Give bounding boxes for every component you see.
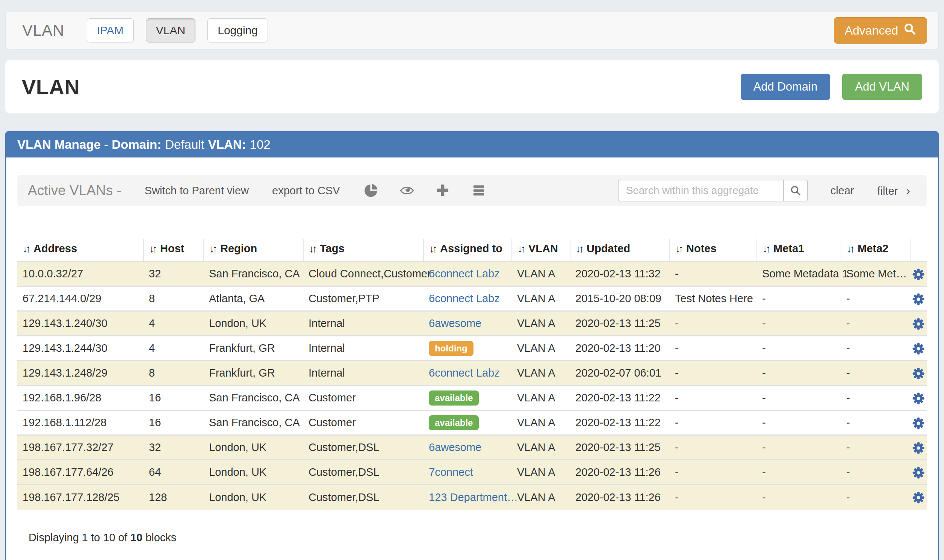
panel-title-vlan-value: 102 [250,138,271,152]
plus-icon[interactable] [435,183,450,198]
notes-cell: - [670,262,757,286]
notes-cell: Test Notes Here [670,286,757,311]
column-header-region[interactable]: ↓↑Region [204,238,303,262]
eye-icon[interactable] [400,183,415,198]
table-row: 129.143.1.240/304London, UKInternal6awes… [17,311,927,336]
table-row: 129.143.1.244/304Frankfurt, GRInternalho… [17,336,927,361]
assigned-link[interactable]: 6connect Labz [429,367,500,379]
view-title: Active VLANs - [28,183,121,198]
pie-chart-icon[interactable] [363,183,378,198]
meta1-cell: - [757,336,841,361]
page: VLAN IPAMVLANLogging Advanced VLAN Add D… [0,0,944,560]
gear-icon[interactable] [912,368,924,380]
tags-cell: Customer,DSL [303,485,424,510]
meta1-cell: - [757,361,841,386]
meta1-cell: Some Metadata 1 [757,262,841,286]
vlan-cell: VLAN A [512,361,570,386]
assigned-link[interactable]: 6connect Labz [429,292,500,305]
panel-title-label: VLAN Manage - Domain: [17,138,161,152]
assigned-link[interactable]: 6awesome [429,441,481,453]
address-cell: 129.143.1.240/30 [17,311,143,336]
meta1-cell: - [757,286,841,311]
column-header-updated[interactable]: ↓↑Updated [570,238,670,262]
table-row: 129.143.1.248/298Frankfurt, GRInternal6c… [17,361,927,386]
status-badge-holding: holding [429,341,474,356]
search-group [618,180,808,202]
vlan-cell: VLAN A [512,286,570,311]
column-header-assigned[interactable]: ↓↑Assigned to [424,238,512,262]
top-navbar: VLAN IPAMVLANLogging Advanced [5,12,939,49]
nav-tabs: IPAMVLANLogging [87,18,268,43]
vlan-manage-panel: VLAN Manage - Domain: Default VLAN: 102 … [5,131,939,560]
assigned-link[interactable]: 6awesome [429,317,481,329]
tags-cell: Cloud Connect,Customer [303,262,424,286]
column-header-vlan[interactable]: ↓↑VLAN [512,238,570,262]
region-cell: Frankfurt, GR [204,361,303,386]
gear-icon[interactable] [912,318,924,330]
sort-icon: ↓↑ [763,243,769,254]
app-brand: VLAN [22,22,64,40]
gear-icon[interactable] [912,467,924,479]
assigned-cell: 7connect [424,460,512,485]
gear-icon[interactable] [912,442,924,454]
address-cell: 198.167.177.32/27 [17,435,143,460]
nav-tab-ipam[interactable]: IPAM [87,18,134,43]
row-actions-cell [910,386,927,411]
export-csv-link[interactable]: export to CSV [272,185,340,197]
updated-cell: 2020-02-13 11:25 [570,311,670,336]
sort-icon: ↓↑ [309,243,315,254]
assigned-link[interactable]: 6connect Labz [429,268,500,280]
address-cell: 10.0.0.32/27 [17,262,143,286]
nav-tab-logging[interactable]: Logging [208,18,268,43]
notes-cell: - [670,460,757,485]
region-cell: San Francisco, CA [204,262,303,286]
search-button[interactable] [783,180,808,202]
row-actions-cell [910,485,927,510]
add-vlan-button[interactable]: Add VLAN [842,74,922,100]
search-input[interactable] [618,180,783,202]
page-header-actions: Add Domain Add VLAN [741,74,922,100]
column-header-meta1[interactable]: ↓↑Meta1 [757,238,841,262]
chevron-right-icon: › [906,184,910,197]
advanced-search-button[interactable]: Advanced [834,17,927,44]
row-actions-cell [910,336,927,361]
add-domain-button[interactable]: Add Domain [741,74,830,100]
filter-label: filter [877,185,898,197]
footer-suffix: blocks [145,531,176,543]
table-footer: Displaying 1 to 10 of 10 blocks [29,531,927,544]
address-cell: 67.214.144.0/29 [17,286,143,311]
notes-cell: - [670,361,757,386]
switch-parent-view-link[interactable]: Switch to Parent view [145,185,249,197]
meta2-cell: - [841,485,910,510]
table-row: 198.167.177.32/2732London, UKCustomer,DS… [17,435,927,460]
column-header-notes[interactable]: ↓↑Notes [670,238,757,262]
gear-icon[interactable] [912,293,924,305]
nav-tab-vlan[interactable]: VLAN [146,18,195,43]
gear-icon[interactable] [912,343,924,355]
gear-icon[interactable] [912,268,924,280]
column-header-host[interactable]: ↓↑Host [143,238,204,262]
filter-link[interactable]: filter › [877,184,910,198]
assigned-link[interactable]: 123 Department… [429,491,518,503]
gear-icon[interactable] [912,392,924,405]
clear-link[interactable]: clear [830,185,854,197]
vlan-cell: VLAN A [512,336,570,361]
table-head: ↓↑Address↓↑Host↓↑Region↓↑Tags↓↑Assigned … [17,238,927,262]
gear-icon[interactable] [912,492,924,504]
column-header-meta2[interactable]: ↓↑Meta2 [841,238,910,262]
footer-total: 10 [131,531,142,543]
meta2-cell: - [841,336,910,361]
updated-cell: 2020-02-13 11:26 [570,485,670,510]
column-header-address[interactable]: ↓↑Address [17,238,143,262]
host-cell: 64 [143,460,204,485]
list-icon[interactable] [472,183,487,198]
page-header-card: VLAN Add Domain Add VLAN [5,60,939,114]
column-header-tags[interactable]: ↓↑Tags [303,238,424,262]
updated-cell: 2020-02-13 11:22 [570,411,670,435]
row-actions-cell [910,435,927,460]
updated-cell: 2020-02-13 11:32 [570,262,670,286]
assigned-cell: 6connect Labz [424,361,512,386]
table-row: 10.0.0.32/2732San Francisco, CACloud Con… [17,262,927,286]
gear-icon[interactable] [912,417,924,429]
assigned-link[interactable]: 7connect [429,466,473,478]
